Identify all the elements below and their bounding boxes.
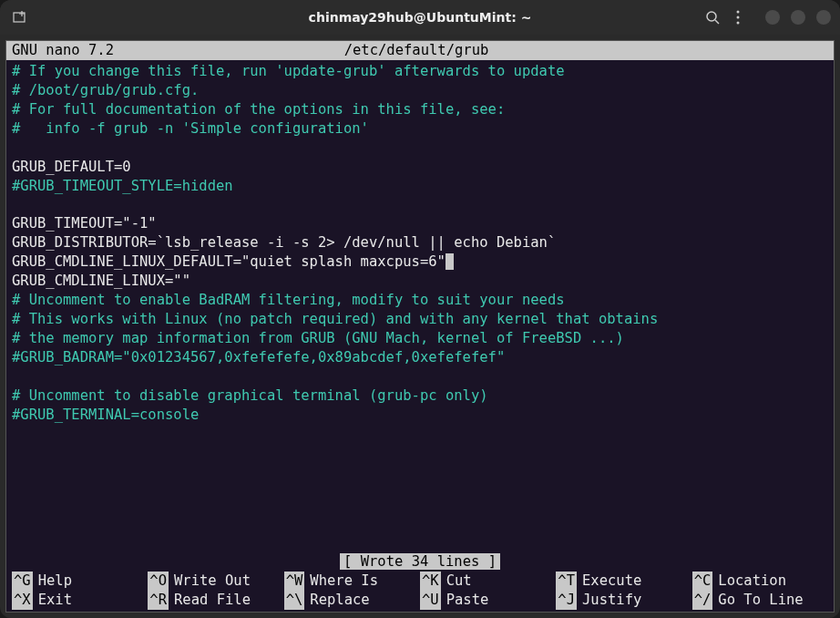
shortcut-key: ^/ bbox=[692, 591, 713, 610]
shortcut-item: ^OWrite Out bbox=[148, 572, 283, 591]
shortcut-label: Write Out bbox=[169, 572, 251, 591]
titlebar-right bbox=[705, 10, 831, 25]
search-icon[interactable] bbox=[705, 10, 720, 25]
shortcut-key: ^X bbox=[12, 591, 33, 610]
shortcut-key: ^J bbox=[556, 591, 577, 610]
editor-line: GRUB_CMDLINE_LINUX_DEFAULT="quiet splash… bbox=[12, 252, 828, 272]
shortcut-label: Where Is bbox=[304, 572, 378, 591]
editor-line: # the memory map information from GRUB (… bbox=[12, 329, 828, 348]
editor-line: # info -f grub -n 'Simple configuration' bbox=[12, 119, 828, 139]
shortcut-label: Paste bbox=[441, 591, 489, 610]
shortcut-item: ^GHelp bbox=[12, 572, 148, 591]
shortcut-item: ^CLocation bbox=[692, 572, 828, 591]
close-button[interactable] bbox=[816, 10, 831, 25]
svg-point-3 bbox=[707, 12, 716, 21]
nano-header: GNU nano 7.2 /etc/default/grub bbox=[6, 41, 834, 60]
shortcut-label: Help bbox=[33, 572, 72, 591]
editor-line: #GRUB_TERMINAL=console bbox=[12, 406, 828, 425]
status-badge: [ Wrote 34 lines ] bbox=[340, 553, 500, 570]
nano-app-name: GNU nano 7.2 bbox=[12, 41, 114, 60]
menu-icon[interactable] bbox=[736, 10, 740, 25]
shortcut-label: Justify bbox=[577, 591, 641, 610]
editor-line: # If you change this file, run 'update-g… bbox=[12, 62, 828, 81]
shortcut-label: Location bbox=[712, 572, 786, 591]
editor-line: GRUB_TIMEOUT="-1" bbox=[12, 214, 828, 233]
terminal-body[interactable]: GNU nano 7.2 /etc/default/grub # If you … bbox=[5, 40, 835, 613]
status-line: [ Wrote 34 lines ] bbox=[6, 552, 834, 572]
editor-line bbox=[12, 367, 828, 386]
maximize-button[interactable] bbox=[791, 10, 805, 25]
editor-line: #GRUB_BADRAM="0x01234567,0xfefefefe,0x89… bbox=[12, 348, 828, 367]
shortcut-item: ^RRead File bbox=[148, 591, 283, 610]
shortcut-label: Go To Line bbox=[712, 591, 803, 610]
editor-line bbox=[12, 425, 828, 444]
shortcut-label: Replace bbox=[304, 591, 369, 610]
shortcuts-bar: ^GHelp^OWrite Out^WWhere Is^KCut^TExecut… bbox=[6, 572, 834, 612]
shortcut-item: ^XExit bbox=[12, 591, 148, 610]
shortcut-key: ^R bbox=[148, 591, 169, 610]
shortcut-item: ^UPaste bbox=[420, 591, 556, 610]
shortcut-key: ^K bbox=[420, 572, 441, 591]
shortcut-key: ^C bbox=[692, 572, 713, 591]
nano-filename: /etc/default/grub bbox=[114, 41, 719, 60]
shortcut-item: ^\Replace bbox=[284, 591, 420, 610]
editor-line: # This works with Linux (no patch requir… bbox=[12, 310, 828, 329]
shortcut-label: Cut bbox=[441, 572, 472, 591]
editor-line: # Uncomment to enable BadRAM filtering, … bbox=[12, 291, 828, 310]
shortcut-key: ^O bbox=[148, 572, 169, 591]
editor-line: # /boot/grub/grub.cfg. bbox=[12, 81, 828, 100]
terminal-window: chinmay29hub@UbuntuMint: ~ GNU nano 7.2 … bbox=[0, 0, 840, 618]
titlebar: chinmay29hub@UbuntuMint: ~ bbox=[0, 0, 840, 35]
shortcut-item: ^JJustify bbox=[556, 591, 691, 610]
shortcut-item: ^KCut bbox=[420, 572, 556, 591]
editor-line: # For full documentation of the options … bbox=[12, 100, 828, 119]
minimize-button[interactable] bbox=[765, 10, 780, 25]
editor-line: GRUB_DEFAULT=0 bbox=[12, 158, 828, 177]
svg-point-6 bbox=[737, 16, 740, 19]
editor-line: GRUB_DISTRIBUTOR=`lsb_release -i -s 2> /… bbox=[12, 233, 828, 252]
window-controls bbox=[765, 10, 831, 25]
editor-line: #GRUB_TIMEOUT_STYLE=hidden bbox=[12, 177, 828, 196]
new-tab-icon[interactable] bbox=[9, 6, 31, 28]
svg-point-5 bbox=[737, 11, 740, 14]
shortcut-item: ^TExecute bbox=[556, 572, 691, 591]
shortcut-item: ^WWhere Is bbox=[284, 572, 420, 591]
svg-point-7 bbox=[737, 22, 740, 25]
window-title: chinmay29hub@UbuntuMint: ~ bbox=[309, 10, 532, 25]
editor-line bbox=[12, 139, 828, 158]
shortcut-key: ^G bbox=[12, 572, 33, 591]
svg-line-4 bbox=[715, 20, 719, 24]
cursor bbox=[446, 253, 454, 270]
editor-line: # Uncomment to disable graphical termina… bbox=[12, 386, 828, 406]
shortcut-key: ^W bbox=[284, 572, 305, 591]
shortcut-key: ^U bbox=[420, 591, 441, 610]
shortcut-label: Exit bbox=[33, 591, 72, 610]
editor-content[interactable]: # If you change this file, run 'update-g… bbox=[6, 60, 834, 552]
editor-line bbox=[12, 195, 828, 214]
shortcut-label: Read File bbox=[169, 591, 251, 610]
shortcut-key: ^T bbox=[556, 572, 577, 591]
shortcut-key: ^\ bbox=[284, 591, 305, 610]
shortcut-item: ^/Go To Line bbox=[692, 591, 828, 610]
editor-line: GRUB_CMDLINE_LINUX="" bbox=[12, 272, 828, 291]
titlebar-left bbox=[9, 6, 31, 28]
shortcut-label: Execute bbox=[577, 572, 641, 591]
